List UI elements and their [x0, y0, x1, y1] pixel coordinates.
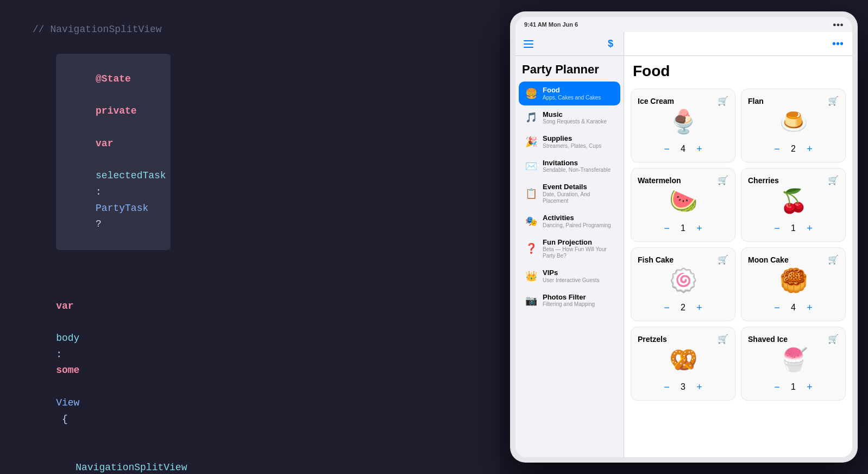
sidebar-item-invites[interactable]: ✉️ Invitations Sendable, Non-Transferabl…: [519, 154, 620, 178]
sidebar-item-activities[interactable]: 🎭 Activities Dancing, Paired Programing: [519, 209, 620, 233]
sidebar-dollar-button[interactable]: $: [604, 38, 617, 51]
sidebar-item-text-music: Music Song Requests & Karaoke: [543, 110, 614, 126]
status-indicators: ●●●: [833, 21, 844, 28]
main-title: Food: [624, 56, 852, 84]
sidebar-item-text-photos: Photos Filter Filtering and Mapping: [543, 293, 614, 308]
stepper-plus-button[interactable]: +: [803, 142, 816, 155]
stepper-minus-button[interactable]: −: [771, 301, 784, 314]
cart-icon[interactable]: 🛒: [718, 96, 728, 107]
sidebar-item-title-food: Food: [543, 86, 614, 95]
sidebar-item-text-supplies: Supplies Streamers, Plates, Cups: [543, 134, 614, 149]
sidebar-item-title-events: Event Details: [543, 183, 614, 191]
cart-icon[interactable]: 🛒: [828, 334, 839, 345]
sidebar-item-text-events: Event Details Date, Duration, And Placem…: [543, 183, 614, 204]
stepper-plus-button[interactable]: +: [803, 381, 816, 394]
stepper-minus-button[interactable]: −: [661, 301, 674, 314]
food-emoji: 🍮: [779, 112, 808, 135]
cart-icon[interactable]: 🛒: [718, 175, 728, 186]
cart-icon[interactable]: 🛒: [718, 254, 728, 265]
main-content: ••• Food Ice Cream 🛒 🍨 − 4 + Flan 🛒 🍮 − …: [624, 32, 852, 457]
sidebar-icon-events: 📋: [525, 188, 537, 199]
food-card-header: Moon Cake 🛒: [748, 254, 839, 265]
ipad-screen: 9:41 AM Mon Jun 6 ●●●: [515, 17, 852, 457]
sidebar-item-text-vips: VIPs User Interactive Guests: [543, 269, 614, 284]
food-card-header: Shaved Ice 🛒: [748, 334, 839, 345]
main-toolbar: •••: [624, 32, 852, 56]
sidebar-item-text-invites: Invitations Sendable, Non-Transferable: [543, 159, 614, 174]
ipad-panel: 9:41 AM Mon Jun 6 ●●●: [500, 0, 868, 474]
sidebar-item-supplies[interactable]: 🎉 Supplies Streamers, Plates, Cups: [519, 130, 620, 154]
more-options-icon[interactable]: •••: [832, 38, 844, 50]
svg-rect-2: [524, 47, 533, 48]
sidebar-item-sub-activities: Dancing, Paired Programing: [543, 222, 614, 229]
sidebar-icon-supplies: 🎉: [525, 136, 537, 148]
stepper-plus-button[interactable]: +: [693, 381, 706, 394]
sidebar-title: Party Planner: [515, 56, 624, 81]
food-card-moon-cake: Moon Cake 🛒 🥮 − 4 +: [741, 247, 846, 321]
food-card-header: Fish Cake 🛒: [638, 254, 728, 265]
food-emoji: 🍒: [779, 191, 808, 214]
food-card-name: Fish Cake: [638, 255, 674, 264]
sidebar-item-title-photos: Photos Filter: [543, 293, 614, 302]
food-card-shaved-ice: Shaved Ice 🛒 🍧 − 1 +: [741, 327, 846, 401]
app-content: $ Party Planner 🍔 Food Apps, Cakes and C…: [515, 32, 852, 457]
stepper-count: 4: [789, 303, 798, 313]
cart-icon[interactable]: 🛒: [718, 334, 728, 345]
food-stepper: − 2 +: [661, 301, 706, 314]
sidebar: $ Party Planner 🍔 Food Apps, Cakes and C…: [515, 32, 624, 457]
stepper-minus-button[interactable]: −: [661, 142, 674, 155]
sidebar-item-text-fun: Fun Projection Beta — How Fun Will Your …: [543, 238, 614, 260]
stepper-plus-button[interactable]: +: [803, 222, 816, 235]
stepper-count: 1: [679, 223, 688, 233]
code-line-3: var body : some View {: [33, 282, 467, 444]
food-emoji: 🍧: [779, 350, 808, 373]
sidebar-icon-invites: ✉️: [525, 160, 537, 172]
food-emoji: 🥨: [669, 350, 697, 373]
stepper-plus-button[interactable]: +: [803, 301, 816, 314]
cart-icon[interactable]: 🛒: [828, 254, 839, 265]
stepper-count: 2: [789, 144, 798, 154]
cart-icon[interactable]: 🛒: [828, 175, 839, 186]
code-line-1: @State private var selectedTask : PartyT…: [33, 38, 467, 266]
stepper-count: 1: [789, 382, 798, 392]
sidebar-item-sub-music: Song Requests & Karaoke: [543, 118, 614, 125]
stepper-minus-button[interactable]: −: [771, 142, 784, 155]
code-line-4: NavigationSplitView {: [52, 444, 467, 474]
sidebar-item-sub-events: Date, Duration, And Placement: [543, 191, 614, 204]
food-card-name: Ice Cream: [638, 97, 674, 105]
food-card-name: Pretzels: [638, 335, 667, 344]
sidebar-item-sub-supplies: Streamers, Plates, Cups: [543, 143, 614, 149]
sidebar-item-title-activities: Activities: [543, 214, 614, 222]
stepper-plus-button[interactable]: +: [693, 301, 706, 314]
stepper-plus-button[interactable]: +: [693, 142, 706, 155]
food-emoji: 🍥: [669, 271, 697, 294]
food-card-header: Pretzels 🛒: [638, 334, 728, 345]
food-card-fish-cake: Fish Cake 🛒 🍥 − 2 +: [631, 247, 735, 321]
sidebar-icon-food: 🍔: [525, 88, 537, 99]
sidebar-item-sub-food: Apps, Cakes and Cakes: [543, 95, 614, 101]
sidebar-item-photos[interactable]: 📷 Photos Filter Filtering and Mapping: [519, 289, 620, 313]
food-stepper: − 1 +: [771, 222, 816, 235]
sidebar-icon-vips: 👑: [525, 270, 537, 282]
food-stepper: − 3 +: [661, 381, 706, 394]
sidebar-item-vips[interactable]: 👑 VIPs User Interactive Guests: [519, 264, 620, 288]
ipad-frame: 9:41 AM Mon Jun 6 ●●●: [510, 11, 858, 463]
stepper-minus-button[interactable]: −: [771, 222, 784, 235]
stepper-minus-button[interactable]: −: [771, 381, 784, 394]
sidebar-toggle-button[interactable]: [522, 38, 535, 51]
sidebar-item-fun[interactable]: ❓ Fun Projection Beta — How Fun Will You…: [519, 234, 620, 264]
food-stepper: − 1 +: [771, 381, 816, 394]
sidebar-item-music[interactable]: 🎵 Music Song Requests & Karaoke: [519, 106, 620, 130]
stepper-plus-button[interactable]: +: [693, 222, 706, 235]
sidebar-item-events[interactable]: 📋 Event Details Date, Duration, And Plac…: [519, 178, 620, 209]
stepper-minus-button[interactable]: −: [661, 222, 674, 235]
code-blank: [33, 266, 467, 282]
sidebar-item-food[interactable]: 🍔 Food Apps, Cakes and Cakes: [519, 82, 620, 105]
food-emoji: 🍨: [669, 112, 697, 135]
sidebar-item-sub-fun: Beta — How Fun Will Your Party Be?: [543, 246, 614, 259]
stepper-minus-button[interactable]: −: [661, 381, 674, 394]
food-grid: Ice Cream 🛒 🍨 − 4 + Flan 🛒 🍮 − 2 + Water…: [624, 84, 852, 457]
cart-icon[interactable]: 🛒: [828, 96, 839, 107]
sidebar-item-title-vips: VIPs: [543, 269, 614, 277]
sidebar-item-sub-vips: User Interactive Guests: [543, 277, 614, 284]
